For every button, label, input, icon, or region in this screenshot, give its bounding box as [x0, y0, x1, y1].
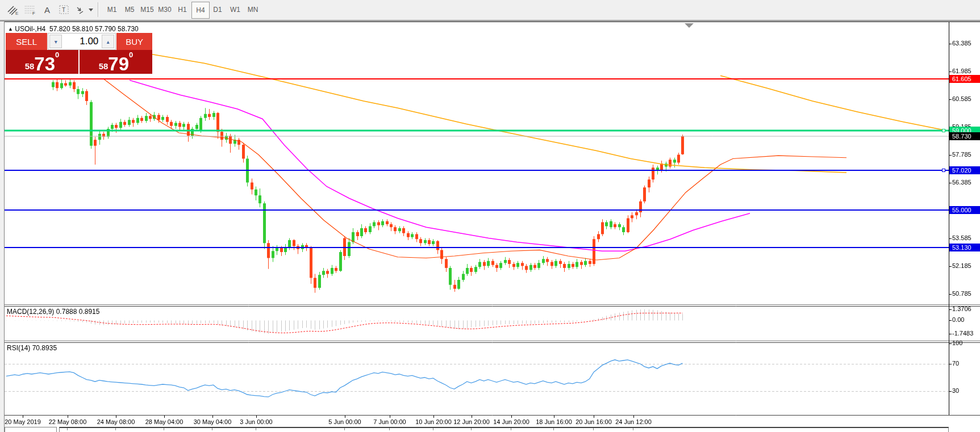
buy-price-big: 79 — [108, 56, 129, 73]
buy-price-display[interactable]: 58790 — [80, 50, 152, 74]
scrollbar-tick — [633, 428, 633, 430]
scrollbar-tick — [553, 428, 554, 430]
time-axis-label: 3 Jun 00:00 — [240, 418, 273, 425]
scrollbar-tick — [256, 428, 256, 430]
collapse-expert-icon[interactable]: ▲ — [8, 26, 13, 32]
chart-title: ▲ USOil-,H4 57.820 58.810 57.790 58.730 — [8, 25, 139, 33]
rsi-label: RSI(14) 70.8935 — [7, 344, 57, 352]
scrollbar-tick — [511, 428, 511, 430]
buy-price-prefix: 58 — [99, 61, 109, 71]
time-axis-label: 10 Jun 20:00 — [415, 418, 452, 425]
time-axis-label: 5 Jun 00:00 — [328, 418, 361, 425]
price-level-badge: 61.605 — [949, 75, 980, 83]
buy-button[interactable]: BUY — [116, 33, 152, 50]
price-level-badge: 53.130 — [949, 244, 980, 251]
time-axis-label: 7 Jun 00:00 — [373, 418, 406, 425]
time-axis-label: 24 May 08:00 — [97, 418, 135, 425]
scrollbar-tick — [433, 428, 433, 430]
volume-increase-button[interactable]: ▴ — [102, 35, 114, 48]
time-axis-label: 30 May 04:00 — [194, 418, 232, 425]
price-tick-label: 50.785 — [952, 290, 971, 297]
trading-terminal: E F A T M1M5M15M30H1H4D1W1MN ▲ USOil-,H4… — [0, 0, 980, 432]
scrollbar-tick — [115, 428, 116, 430]
horizontal-scrollbar[interactable] — [59, 427, 949, 432]
macd-label: MACD(12,26,9) 0.7888 0.8915 — [7, 308, 99, 316]
buy-price-sup: 0 — [129, 51, 133, 59]
price-level-badge: 58.730 — [949, 132, 980, 140]
time-axis-label: 20 May 2019 — [5, 418, 41, 425]
scrollbar-tick — [344, 428, 345, 430]
time-axis-label: 14 Jun 20:00 — [493, 418, 529, 425]
ohlc-values: 57.820 58.810 57.790 58.730 — [49, 25, 139, 33]
time-axis-label: 18 Jun 16:00 — [536, 418, 572, 425]
time-axis-label: 28 May 04:00 — [145, 418, 184, 425]
scrollbar-tick — [164, 428, 164, 430]
rsi-tick-label: 100 — [952, 339, 962, 346]
scrollbar-tick — [593, 428, 594, 430]
macd-tick-label: 1.3706 — [952, 305, 971, 312]
price-tick-label: 61.985 — [952, 68, 971, 74]
volume-input[interactable] — [63, 35, 101, 48]
time-axis-label: 20 Jun 16:00 — [576, 418, 612, 425]
price-tick-label: 53.585 — [952, 234, 971, 241]
rsi-tick-label: 70 — [952, 360, 959, 367]
macd-tick-label: 0.00 — [952, 316, 964, 323]
macd-tick-label: -1.7483 — [952, 330, 973, 337]
price-tick-label: 52.185 — [952, 262, 971, 269]
sell-price-prefix: 58 — [25, 61, 35, 71]
sell-price-sup: 0 — [55, 51, 59, 59]
price-level-badge: 55.000 — [949, 206, 980, 214]
scrollbar-left-box[interactable] — [5, 427, 57, 432]
window-left-border — [0, 22, 5, 432]
time-axis-label: 12 Jun 20:00 — [453, 418, 490, 425]
scrollbar-tick — [389, 428, 390, 430]
rsi-tick-label: 30 — [952, 387, 959, 394]
price-tick-label: 57.785 — [952, 151, 971, 158]
one-click-trading-panel: SELL ▾ ▴ BUY 58730 58790 — [6, 33, 152, 74]
sell-price-big: 73 — [34, 56, 55, 73]
scrollbar-tick — [212, 428, 212, 430]
volume-decrease-button[interactable]: ▾ — [49, 35, 62, 48]
price-level-badge: 57.020 — [949, 166, 980, 174]
symbol-period-label: USOil-,H4 — [15, 25, 45, 33]
volume-spinner: ▾ ▴ — [48, 33, 116, 50]
price-tick-label: 56.385 — [952, 179, 971, 186]
scrollbar-tick — [471, 428, 472, 430]
scrollbar-tick — [67, 428, 68, 430]
price-tick-label: 60.585 — [952, 95, 971, 102]
time-axis-label: 24 Jun 12:00 — [615, 418, 652, 425]
time-axis-label: 22 May 08:00 — [49, 418, 87, 425]
sell-button[interactable]: SELL — [6, 33, 48, 50]
price-tick-label: 63.385 — [952, 40, 971, 47]
sell-price-display[interactable]: 58730 — [6, 50, 80, 74]
